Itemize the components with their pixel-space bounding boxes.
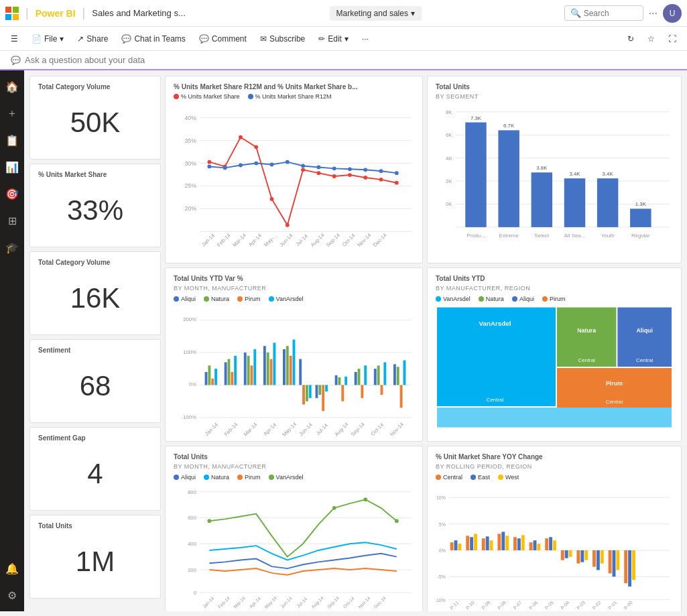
hamburger-button[interactable]: ☰ xyxy=(5,32,23,46)
file-icon: 📄 xyxy=(32,34,42,44)
yoy-legend-1: East xyxy=(471,474,490,481)
svg-rect-197 xyxy=(466,536,469,550)
svg-rect-209 xyxy=(529,542,533,550)
ytd-tm-legend-3: Pirum xyxy=(542,296,566,302)
svg-rect-89 xyxy=(335,375,338,385)
yoy-change-card: % Unit Market Share YOY Change BY ROLLIN… xyxy=(427,446,682,611)
create-icon[interactable]: ＋ xyxy=(1,103,23,124)
svg-text:-100%: -100% xyxy=(182,414,197,420)
share-icon: ↗ xyxy=(77,34,84,44)
chevron-down-icon: ▾ xyxy=(411,9,415,18)
svg-point-19 xyxy=(270,197,274,201)
tu-legend-0: Aliqui xyxy=(174,474,196,481)
search-box[interactable]: 🔍 xyxy=(564,5,643,21)
more-options-button[interactable]: ··· xyxy=(649,7,658,19)
workspace-selector[interactable]: Marketing and sales ▾ xyxy=(330,6,422,21)
ytd-legend-dot-0 xyxy=(174,296,179,302)
refresh-button[interactable]: ↻ xyxy=(622,32,639,46)
ytd-legend-dot-2 xyxy=(237,296,243,302)
svg-rect-96 xyxy=(364,365,367,385)
svg-rect-99 xyxy=(381,385,383,395)
svg-rect-91 xyxy=(341,385,344,401)
svg-text:Pirum: Pirum xyxy=(606,380,623,387)
svg-rect-200 xyxy=(482,538,485,550)
svg-text:7.3K: 7.3K xyxy=(471,115,482,121)
svg-text:10%: 10% xyxy=(436,495,446,500)
comment-button[interactable]: 💬 Comment xyxy=(194,32,252,46)
ytd-tm-label-1: Natura xyxy=(486,296,504,302)
svg-rect-219 xyxy=(580,550,584,562)
share-button[interactable]: ↗ Share xyxy=(72,32,113,46)
svg-rect-207 xyxy=(517,538,521,550)
svg-rect-63 xyxy=(211,379,214,385)
notifications-icon[interactable]: 🔔 xyxy=(1,558,23,579)
svg-point-20 xyxy=(286,223,290,227)
total-units-line-title: Total Units xyxy=(174,453,414,460)
svg-text:P-09: P-09 xyxy=(481,600,491,610)
tu-legend-3: VanArsdel xyxy=(269,474,304,481)
svg-text:6K: 6K xyxy=(446,132,452,138)
svg-point-127 xyxy=(332,506,336,510)
brand-separator2: | xyxy=(82,6,86,20)
svg-rect-213 xyxy=(549,537,552,550)
svg-text:P-10: P-10 xyxy=(465,600,475,610)
svg-rect-67 xyxy=(231,372,233,385)
edit-chevron: ▾ xyxy=(345,34,349,44)
sentiment-gap-value: 4 xyxy=(38,444,152,503)
svg-rect-88 xyxy=(325,385,328,391)
svg-text:P-03: P-03 xyxy=(576,600,586,610)
svg-text:Jul-14: Jul-14 xyxy=(295,233,310,247)
data-icon[interactable]: 📊 xyxy=(1,156,23,178)
ask-input[interactable] xyxy=(25,55,676,65)
svg-text:Nov-14: Nov-14 xyxy=(357,595,371,609)
main-content: Total Category Volume 50K % Units Market… xyxy=(24,70,687,611)
tu-label-2: Pirum xyxy=(245,474,261,481)
svg-rect-90 xyxy=(338,377,340,385)
file-button[interactable]: 📄 File ▾ xyxy=(26,32,69,46)
learn-icon[interactable]: 🎓 xyxy=(1,237,23,258)
svg-text:Apr-14: Apr-14 xyxy=(249,596,262,609)
fullscreen-button[interactable]: ⛶ xyxy=(663,32,682,46)
chat-in-teams-button[interactable]: 💬 Chat in Teams xyxy=(116,32,190,46)
ask-bar[interactable]: 💬 xyxy=(0,51,687,70)
svg-point-21 xyxy=(301,168,305,172)
more-toolbar-button[interactable]: ··· xyxy=(357,32,374,46)
svg-point-31 xyxy=(254,162,258,166)
svg-rect-204 xyxy=(501,532,505,550)
svg-rect-203 xyxy=(497,534,501,550)
svg-rect-85 xyxy=(316,385,318,397)
avatar: U xyxy=(663,4,682,23)
powerbi-logo: Power BI xyxy=(36,8,76,19)
total-category-volume-2-value: 16K xyxy=(38,269,152,328)
top-bar-right: 🔍 ··· U xyxy=(564,4,682,23)
svg-rect-161 xyxy=(597,178,618,227)
svg-text:3.4K: 3.4K xyxy=(569,171,580,177)
line-chart-card: % Units Market Share R12M and % Units Ma… xyxy=(165,76,423,263)
ytd-treemap-legend: VanArsdel Natura Aliqui Pirum xyxy=(436,296,673,302)
svg-text:4K: 4K xyxy=(446,156,452,162)
svg-rect-101 xyxy=(393,364,396,385)
home-icon[interactable]: 🏠 xyxy=(1,76,23,97)
svg-text:Jun-14: Jun-14 xyxy=(278,232,294,248)
apps-icon[interactable]: ⊞ xyxy=(1,210,23,231)
edit-button[interactable]: ✏ Edit ▾ xyxy=(313,32,354,46)
sentiment-title: Sentiment xyxy=(38,347,152,354)
svg-rect-153 xyxy=(465,123,486,227)
settings-icon[interactable]: ⚙ xyxy=(1,584,23,606)
svg-text:-10%: -10% xyxy=(436,598,446,603)
svg-rect-81 xyxy=(302,385,305,404)
svg-rect-227 xyxy=(624,550,627,583)
svg-text:0: 0 xyxy=(194,590,196,596)
svg-text:Oct-14: Oct-14 xyxy=(342,596,356,609)
subscribe-button[interactable]: ✉ Subscribe xyxy=(255,32,310,46)
comment-icon: 💬 xyxy=(199,34,209,44)
svg-rect-98 xyxy=(377,365,380,385)
svg-text:Mar-14: Mar-14 xyxy=(243,421,259,437)
svg-text:P-04: P-04 xyxy=(560,600,570,610)
search-input[interactable] xyxy=(584,9,637,18)
favorite-button[interactable]: ☆ xyxy=(642,32,660,46)
goals-icon[interactable]: 🎯 xyxy=(1,183,23,204)
browse-icon[interactable]: 📋 xyxy=(1,129,23,151)
svg-text:May-14: May-14 xyxy=(282,421,298,438)
svg-rect-212 xyxy=(545,538,548,550)
